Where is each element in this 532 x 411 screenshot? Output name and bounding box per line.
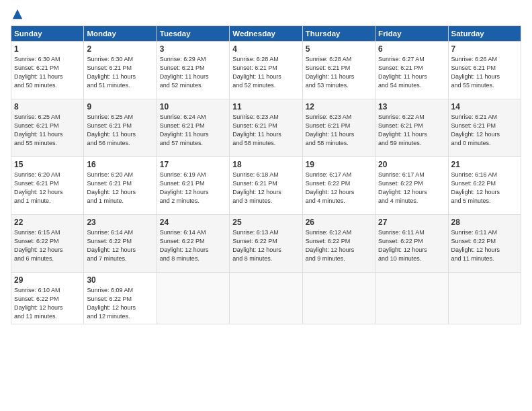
day-number: 8: [14, 102, 81, 111]
day-info: Sunrise: 6:25 AMSunset: 6:21 PMDaylight:…: [14, 113, 63, 146]
day-info: Sunrise: 6:19 AMSunset: 6:21 PMDaylight:…: [160, 171, 209, 204]
calendar-cell: [230, 273, 302, 324]
day-info: Sunrise: 6:28 AMSunset: 6:21 PMDaylight:…: [232, 56, 281, 89]
day-info: Sunrise: 6:28 AMSunset: 6:21 PMDaylight:…: [306, 56, 355, 89]
day-info: Sunrise: 6:26 AMSunset: 6:21 PMDaylight:…: [451, 56, 500, 89]
day-info: Sunrise: 6:21 AMSunset: 6:21 PMDaylight:…: [451, 113, 500, 146]
day-info: Sunrise: 6:11 AMSunset: 6:22 PMDaylight:…: [378, 229, 427, 262]
calendar-cell: 23 Sunrise: 6:14 AMSunset: 6:22 PMDaylig…: [84, 215, 157, 273]
logo-text: [11, 8, 24, 20]
day-number: 16: [87, 160, 153, 169]
day-info: Sunrise: 6:16 AMSunset: 6:22 PMDaylight:…: [451, 171, 500, 204]
calendar-cell: [448, 273, 521, 324]
calendar-cell: 4 Sunrise: 6:28 AMSunset: 6:21 PMDayligh…: [230, 42, 302, 99]
calendar-cell: 29 Sunrise: 6:10 AMSunset: 6:22 PMDaylig…: [11, 273, 84, 324]
calendar-cell: 19 Sunrise: 6:17 AMSunset: 6:22 PMDaylig…: [302, 157, 375, 215]
day-number: 17: [160, 160, 226, 169]
day-number: 13: [378, 102, 445, 111]
day-info: Sunrise: 6:25 AMSunset: 6:21 PMDaylight:…: [87, 113, 136, 146]
calendar-cell: 20 Sunrise: 6:17 AMSunset: 6:22 PMDaylig…: [375, 157, 448, 215]
svg-marker-0: [13, 9, 22, 19]
day-number: 6: [378, 44, 445, 54]
calendar-cell: 24 Sunrise: 6:14 AMSunset: 6:22 PMDaylig…: [157, 215, 229, 273]
day-number: 19: [306, 160, 372, 169]
calendar-cell: 3 Sunrise: 6:29 AMSunset: 6:21 PMDayligh…: [157, 42, 229, 99]
day-info: Sunrise: 6:23 AMSunset: 6:21 PMDaylight:…: [306, 113, 355, 146]
calendar-cell: [157, 273, 229, 324]
calendar-cell: 7 Sunrise: 6:26 AMSunset: 6:21 PMDayligh…: [448, 42, 521, 99]
day-number: 22: [14, 218, 81, 227]
calendar-cell: 9 Sunrise: 6:25 AMSunset: 6:21 PMDayligh…: [84, 99, 157, 157]
day-number: 18: [232, 160, 299, 169]
col-header-tuesday: Tuesday: [157, 26, 229, 42]
calendar-cell: 28 Sunrise: 6:11 AMSunset: 6:22 PMDaylig…: [448, 215, 521, 273]
col-header-monday: Monday: [84, 26, 157, 42]
day-info: Sunrise: 6:23 AMSunset: 6:21 PMDaylight:…: [232, 113, 281, 146]
day-info: Sunrise: 6:10 AMSunset: 6:22 PMDaylight:…: [14, 287, 63, 320]
day-number: 2: [87, 44, 153, 54]
logo-icon: [11, 8, 24, 20]
day-number: 29: [14, 275, 81, 285]
day-info: Sunrise: 6:17 AMSunset: 6:22 PMDaylight:…: [378, 171, 427, 204]
calendar-cell: 25 Sunrise: 6:13 AMSunset: 6:22 PMDaylig…: [230, 215, 302, 273]
day-number: 9: [87, 102, 153, 111]
day-number: 1: [14, 44, 81, 54]
col-header-saturday: Saturday: [448, 26, 521, 42]
calendar-cell: 18 Sunrise: 6:18 AMSunset: 6:21 PMDaylig…: [230, 157, 302, 215]
day-info: Sunrise: 6:18 AMSunset: 6:21 PMDaylight:…: [232, 171, 281, 204]
day-number: 30: [87, 275, 153, 285]
day-info: Sunrise: 6:29 AMSunset: 6:21 PMDaylight:…: [160, 56, 209, 89]
calendar-cell: 6 Sunrise: 6:27 AMSunset: 6:21 PMDayligh…: [375, 42, 448, 99]
calendar-row-4: 22 Sunrise: 6:15 AMSunset: 6:22 PMDaylig…: [11, 215, 521, 273]
col-header-thursday: Thursday: [302, 26, 375, 42]
calendar-cell: 15 Sunrise: 6:20 AMSunset: 6:21 PMDaylig…: [11, 157, 84, 215]
day-number: 11: [232, 102, 299, 111]
calendar-cell: 2 Sunrise: 6:30 AMSunset: 6:21 PMDayligh…: [84, 42, 157, 99]
calendar-cell: 21 Sunrise: 6:16 AMSunset: 6:22 PMDaylig…: [448, 157, 521, 215]
day-info: Sunrise: 6:20 AMSunset: 6:21 PMDaylight:…: [87, 171, 136, 204]
calendar-row-3: 15 Sunrise: 6:20 AMSunset: 6:21 PMDaylig…: [11, 157, 521, 215]
calendar-table: SundayMondayTuesdayWednesdayThursdayFrid…: [11, 26, 521, 324]
calendar-row-5: 29 Sunrise: 6:10 AMSunset: 6:22 PMDaylig…: [11, 273, 521, 324]
logo: [11, 8, 24, 20]
calendar-cell: 12 Sunrise: 6:23 AMSunset: 6:21 PMDaylig…: [302, 99, 375, 157]
day-number: 14: [451, 102, 518, 111]
calendar-cell: 13 Sunrise: 6:22 AMSunset: 6:21 PMDaylig…: [375, 99, 448, 157]
day-number: 15: [14, 160, 81, 169]
day-number: 21: [451, 160, 518, 169]
col-header-wednesday: Wednesday: [230, 26, 302, 42]
calendar-cell: 5 Sunrise: 6:28 AMSunset: 6:21 PMDayligh…: [302, 42, 375, 99]
day-info: Sunrise: 6:09 AMSunset: 6:22 PMDaylight:…: [87, 287, 136, 320]
day-number: 24: [160, 218, 226, 227]
header: [11, 8, 521, 20]
col-header-friday: Friday: [375, 26, 448, 42]
day-info: Sunrise: 6:30 AMSunset: 6:21 PMDaylight:…: [87, 56, 136, 89]
day-info: Sunrise: 6:27 AMSunset: 6:21 PMDaylight:…: [378, 56, 427, 89]
day-number: 25: [232, 218, 299, 227]
calendar-cell: 10 Sunrise: 6:24 AMSunset: 6:21 PMDaylig…: [157, 99, 229, 157]
day-info: Sunrise: 6:24 AMSunset: 6:21 PMDaylight:…: [160, 113, 209, 146]
day-info: Sunrise: 6:30 AMSunset: 6:21 PMDaylight:…: [14, 56, 63, 89]
calendar-header-row: SundayMondayTuesdayWednesdayThursdayFrid…: [11, 26, 521, 42]
day-number: 27: [378, 218, 445, 227]
day-info: Sunrise: 6:14 AMSunset: 6:22 PMDaylight:…: [160, 229, 209, 262]
calendar-row-1: 1 Sunrise: 6:30 AMSunset: 6:21 PMDayligh…: [11, 42, 521, 99]
day-number: 7: [451, 44, 518, 54]
day-number: 26: [306, 218, 372, 227]
day-info: Sunrise: 6:22 AMSunset: 6:21 PMDaylight:…: [378, 113, 427, 146]
day-number: 10: [160, 102, 226, 111]
calendar-cell: 30 Sunrise: 6:09 AMSunset: 6:22 PMDaylig…: [84, 273, 157, 324]
day-info: Sunrise: 6:14 AMSunset: 6:22 PMDaylight:…: [87, 229, 136, 262]
day-number: 28: [451, 218, 518, 227]
day-number: 3: [160, 44, 226, 54]
calendar-cell: 26 Sunrise: 6:12 AMSunset: 6:22 PMDaylig…: [302, 215, 375, 273]
day-info: Sunrise: 6:15 AMSunset: 6:22 PMDaylight:…: [14, 229, 63, 262]
calendar-cell: 11 Sunrise: 6:23 AMSunset: 6:21 PMDaylig…: [230, 99, 302, 157]
calendar-cell: [302, 273, 375, 324]
calendar-cell: 16 Sunrise: 6:20 AMSunset: 6:21 PMDaylig…: [84, 157, 157, 215]
day-info: Sunrise: 6:20 AMSunset: 6:21 PMDaylight:…: [14, 171, 63, 204]
calendar-cell: 27 Sunrise: 6:11 AMSunset: 6:22 PMDaylig…: [375, 215, 448, 273]
page-container: SundayMondayTuesdayWednesdayThursdayFrid…: [0, 0, 532, 330]
calendar-cell: [375, 273, 448, 324]
day-info: Sunrise: 6:13 AMSunset: 6:22 PMDaylight:…: [232, 229, 281, 262]
